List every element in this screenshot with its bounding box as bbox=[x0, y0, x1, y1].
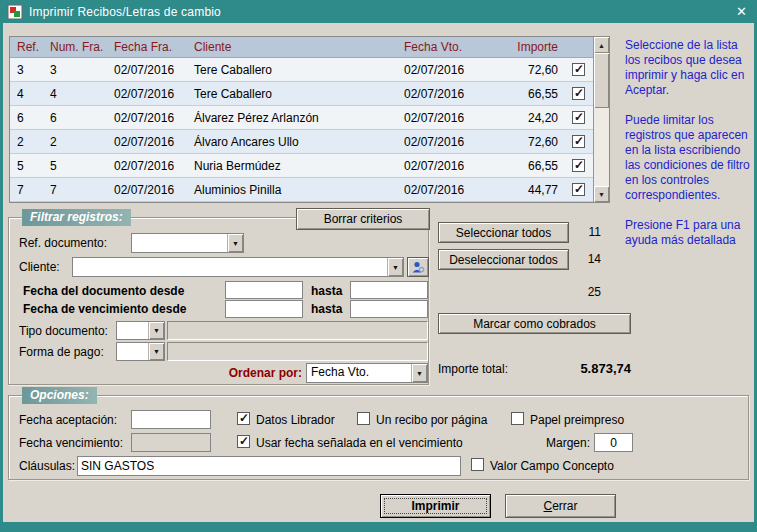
row-select-checkbox[interactable]: ✓ bbox=[572, 111, 585, 124]
chevron-down-icon[interactable]: ▼ bbox=[148, 343, 164, 360]
help-paragraph-2: Puede limitar los registros que aparecen… bbox=[625, 113, 751, 203]
ref-doc-label: Ref. documento: bbox=[19, 236, 107, 250]
cliente-combo[interactable]: ▼ bbox=[72, 257, 404, 277]
checkmark-icon: ✓ bbox=[574, 135, 584, 148]
tipo-doc-label: Tipo documento: bbox=[19, 324, 108, 338]
papel-preimpreso-checkbox[interactable] bbox=[511, 412, 524, 425]
cell-importe: 66,55 bbox=[498, 159, 564, 173]
checkmark-icon: ✓ bbox=[574, 159, 584, 172]
clear-criteria-button[interactable]: Borrar criterios bbox=[296, 208, 430, 230]
usar-fecha-label: Usar fecha señalada en el vencimiento bbox=[256, 436, 463, 450]
chevron-down-icon[interactable]: ▼ bbox=[411, 364, 427, 382]
fecha-venc-hasta-input[interactable] bbox=[350, 300, 428, 318]
cerrar-button[interactable]: Cerrar bbox=[505, 494, 616, 518]
options-group: Opciones: Fecha aceptación: ✓ Datos Libr… bbox=[8, 395, 749, 480]
usar-fecha-checkbox[interactable]: ✓ bbox=[237, 435, 250, 448]
cell-num: 6 bbox=[48, 111, 112, 125]
table-scrollbar[interactable]: ▲ ▼ bbox=[593, 37, 609, 202]
cliente-lookup-button[interactable] bbox=[407, 257, 429, 277]
checkmark-icon: ✓ bbox=[574, 183, 584, 196]
margen-input[interactable] bbox=[594, 433, 633, 452]
scrollbar-thumb[interactable] bbox=[594, 53, 609, 108]
tipo-doc-combo[interactable]: ▼ bbox=[116, 321, 165, 340]
fecha-doc-desde-label: Fecha del documento desde bbox=[23, 284, 184, 298]
col-header-fecha-fra[interactable]: Fecha Fra. bbox=[112, 40, 192, 54]
fecha-aceptacion-input[interactable] bbox=[131, 410, 211, 429]
ordenar-por-combo[interactable]: Fecha Vto. ▼ bbox=[306, 363, 428, 383]
row-select-checkbox[interactable]: ✓ bbox=[572, 183, 585, 196]
col-header-num-fra[interactable]: Num. Fra. bbox=[48, 40, 112, 54]
cell-fecha-vto: 02/07/2016 bbox=[402, 159, 498, 173]
table-row[interactable]: 7 7 02/07/2016 Aluminios Pinilla 02/07/2… bbox=[10, 178, 609, 202]
cell-fecha-fra: 02/07/2016 bbox=[112, 135, 192, 149]
scroll-up-icon[interactable]: ▲ bbox=[594, 37, 609, 53]
cell-fecha-vto: 02/07/2016 bbox=[402, 183, 498, 197]
cell-ref: 5 bbox=[10, 159, 48, 173]
table-row[interactable]: 2 2 02/07/2016 Álvaro Ancares Ullo 02/07… bbox=[10, 130, 609, 154]
table-row[interactable]: 6 6 02/07/2016 Álvarez Pérez Arlanzón 02… bbox=[10, 106, 609, 130]
cell-num: 3 bbox=[48, 63, 112, 77]
cell-num: 2 bbox=[48, 135, 112, 149]
fecha-venc-desde-label: Fecha de vencimiento desde bbox=[23, 302, 186, 316]
fecha-doc-hasta-input[interactable] bbox=[350, 281, 428, 299]
chevron-down-icon[interactable]: ▼ bbox=[387, 258, 403, 276]
table-row[interactable]: 5 5 02/07/2016 Nuria Bermúdez 02/07/2016… bbox=[10, 154, 609, 178]
imprimir-button[interactable]: Imprimir bbox=[380, 494, 491, 518]
cell-fecha-vto: 02/07/2016 bbox=[402, 63, 498, 77]
row-select-checkbox[interactable]: ✓ bbox=[572, 135, 585, 148]
chevron-down-icon[interactable]: ▼ bbox=[227, 234, 243, 252]
deselect-all-button[interactable]: Deseleccionar todos bbox=[438, 249, 569, 270]
cell-importe: 24,20 bbox=[498, 111, 564, 125]
cell-cliente: Aluminios Pinilla bbox=[192, 183, 402, 197]
fecha-doc-desde-input[interactable] bbox=[225, 281, 303, 299]
cell-ref: 2 bbox=[10, 135, 48, 149]
forma-pago-value bbox=[117, 343, 148, 360]
clausulas-label: Cláusulas: bbox=[19, 459, 75, 473]
help-paragraph-3: Presione F1 para una ayuda más detallada bbox=[625, 218, 751, 248]
app-icon bbox=[7, 4, 23, 20]
select-all-button[interactable]: Seleccionar todos bbox=[438, 222, 569, 243]
row-select-checkbox[interactable]: ✓ bbox=[572, 87, 585, 100]
checkmark-icon: ✓ bbox=[574, 63, 584, 76]
fecha-aceptacion-label: Fecha aceptación: bbox=[19, 413, 117, 427]
tipo-doc-value bbox=[117, 322, 148, 339]
clausulas-input[interactable] bbox=[77, 456, 461, 476]
cell-importe: 66,55 bbox=[498, 87, 564, 101]
table-row[interactable]: 4 4 02/07/2016 Tere Caballero 02/07/2016… bbox=[10, 82, 609, 106]
cell-importe: 72,60 bbox=[498, 63, 564, 77]
ordenar-por-value: Fecha Vto. bbox=[307, 364, 411, 382]
row-select-checkbox[interactable]: ✓ bbox=[572, 63, 585, 76]
scroll-down-icon[interactable]: ▼ bbox=[594, 186, 609, 202]
row-select-checkbox[interactable]: ✓ bbox=[572, 159, 585, 172]
close-icon[interactable]: ✕ bbox=[733, 5, 750, 18]
cell-cliente: Álvaro Ancares Ullo bbox=[192, 135, 402, 149]
un-recibo-checkbox[interactable] bbox=[357, 412, 370, 425]
hasta-label-1: hasta bbox=[311, 284, 342, 298]
col-header-fecha-vto[interactable]: Fecha Vto. bbox=[402, 40, 498, 54]
checkmark-icon: ✓ bbox=[574, 87, 584, 100]
cell-ref: 4 bbox=[10, 87, 48, 101]
cell-fecha-fra: 02/07/2016 bbox=[112, 87, 192, 101]
fecha-venc-desde-input[interactable] bbox=[225, 300, 303, 318]
cell-cliente: Tere Caballero bbox=[192, 87, 402, 101]
cell-num: 5 bbox=[48, 159, 112, 173]
title-bar[interactable]: Imprimir Recibos/Letras de cambio ✕ bbox=[0, 0, 757, 23]
forma-pago-combo[interactable]: ▼ bbox=[116, 342, 165, 361]
valor-campo-checkbox[interactable] bbox=[471, 458, 484, 471]
help-paragraph-1: Seleccione de la lista los recibos que d… bbox=[625, 38, 751, 98]
cell-num: 4 bbox=[48, 87, 112, 101]
cell-cliente: Tere Caballero bbox=[192, 63, 402, 77]
importe-total-label: Importe total: bbox=[438, 362, 508, 376]
table-row[interactable]: 3 3 02/07/2016 Tere Caballero 02/07/2016… bbox=[10, 58, 609, 82]
col-header-ref[interactable]: Ref. bbox=[10, 40, 48, 54]
ref-doc-combo[interactable]: ▼ bbox=[131, 233, 244, 253]
un-recibo-label: Un recibo por página bbox=[376, 413, 487, 427]
total-count: 25 bbox=[563, 285, 601, 299]
col-header-cliente[interactable]: Cliente bbox=[192, 40, 402, 54]
help-text: Seleccione de la lista los recibos que d… bbox=[625, 38, 751, 263]
chevron-down-icon[interactable]: ▼ bbox=[148, 322, 164, 339]
cell-fecha-fra: 02/07/2016 bbox=[112, 63, 192, 77]
mark-paid-button[interactable]: Marcar como cobrados bbox=[438, 313, 631, 334]
col-header-importe[interactable]: Importe bbox=[498, 40, 564, 54]
datos-librador-checkbox[interactable]: ✓ bbox=[237, 412, 250, 425]
